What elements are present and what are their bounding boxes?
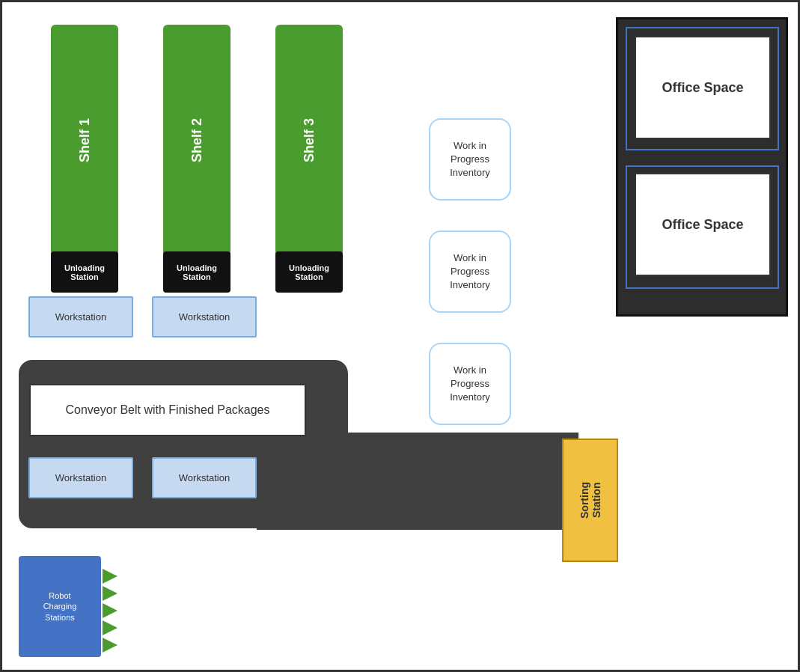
wip-box-3: Work inProgressInventory [429, 343, 511, 425]
workstation-4: Workstation [152, 457, 257, 498]
unloading-station-2: UnloadingStation [163, 251, 230, 293]
robot-arrow-3 [103, 603, 117, 618]
shelf-1-label: Shelf 1 [77, 118, 93, 162]
workstation-1-label: Workstation [55, 311, 106, 323]
sorting-station-label: SortingStation [578, 482, 602, 519]
sorting-station: SortingStation [562, 439, 618, 562]
wip-box-2-label: Work inProgressInventory [450, 251, 489, 293]
workstation-3-label: Workstation [55, 472, 106, 483]
robot-charging-label: RobotChargingStations [43, 590, 77, 623]
shelf-3: Shelf 3 [275, 25, 343, 257]
workstation-2-label: Workstation [179, 311, 230, 323]
shelf-1: Shelf 1 [51, 25, 118, 257]
workstation-3: Workstation [28, 457, 133, 498]
workstation-4-label: Workstation [179, 472, 230, 483]
wip-box-1: Work inProgressInventory [429, 118, 511, 201]
robot-arrow-2 [103, 586, 117, 601]
shelf-3-label: Shelf 3 [302, 118, 317, 162]
unloading-station-1: UnloadingStation [51, 251, 118, 293]
conveyor-belt-extension [257, 433, 578, 530]
office-box-2-label: Office Space [662, 217, 743, 233]
workstation-2: Workstation [152, 296, 257, 337]
workstation-1: Workstation [28, 296, 133, 337]
office-box-2: Office Space [635, 173, 771, 276]
robot-arrow-4 [103, 620, 117, 635]
conveyor-belt-label-box: Conveyor Belt with Finished Packages [29, 384, 306, 436]
warehouse-diagram: Shelf 1 Shelf 2 Shelf 3 UnloadingStation… [0, 0, 800, 672]
conveyor-belt-label: Conveyor Belt with Finished Packages [65, 403, 269, 417]
wip-box-3-label: Work inProgressInventory [450, 364, 489, 405]
robot-arrow-1 [103, 569, 117, 584]
wip-box-1-label: Work inProgressInventory [450, 139, 489, 180]
shelf-2-label: Shelf 2 [189, 118, 205, 162]
wip-box-2: Work inProgressInventory [429, 230, 511, 313]
office-box-1: Office Space [635, 36, 771, 139]
unloading-station-3-label: UnloadingStation [289, 263, 329, 281]
shelf-2: Shelf 2 [163, 25, 230, 257]
office-box-1-label: Office Space [662, 80, 743, 96]
robot-charging-stations: RobotChargingStations [19, 556, 101, 657]
unloading-station-3: UnloadingStation [275, 251, 343, 293]
robot-arrow-5 [103, 638, 117, 653]
unloading-station-2-label: UnloadingStation [177, 263, 217, 281]
unloading-station-1-label: UnloadingStation [64, 263, 105, 281]
